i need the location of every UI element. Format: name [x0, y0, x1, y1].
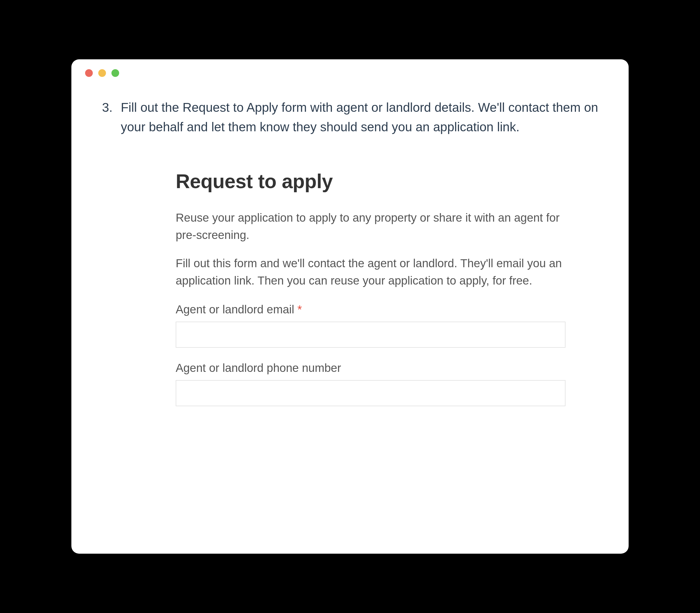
page-content: 3. Fill out the Request to Apply form wi…	[71, 87, 629, 406]
email-label-text: Agent or landlord email	[176, 303, 298, 316]
minimize-window-button[interactable]	[98, 69, 106, 77]
phone-field-group: Agent or landlord phone number	[176, 362, 566, 406]
step-number: 3.	[99, 98, 113, 137]
step-text: Fill out the Request to Apply form with …	[121, 98, 607, 137]
window-titlebar	[71, 59, 629, 87]
agent-email-input[interactable]	[176, 322, 566, 348]
form-title: Request to apply	[176, 170, 566, 193]
required-indicator: *	[298, 303, 302, 316]
instruction-step: 3. Fill out the Request to Apply form wi…	[99, 98, 607, 137]
email-field-group: Agent or landlord email *	[176, 303, 566, 348]
close-window-button[interactable]	[85, 69, 93, 77]
agent-phone-input[interactable]	[176, 380, 566, 406]
phone-field-label: Agent or landlord phone number	[176, 362, 566, 375]
form-description-2: Fill out this form and we'll contact the…	[176, 255, 566, 289]
form-description-1: Reuse your application to apply to any p…	[176, 209, 566, 244]
maximize-window-button[interactable]	[111, 69, 119, 77]
email-field-label: Agent or landlord email *	[176, 303, 566, 316]
request-to-apply-form: Request to apply Reuse your application …	[99, 170, 607, 406]
browser-window: 3. Fill out the Request to Apply form wi…	[71, 59, 629, 554]
